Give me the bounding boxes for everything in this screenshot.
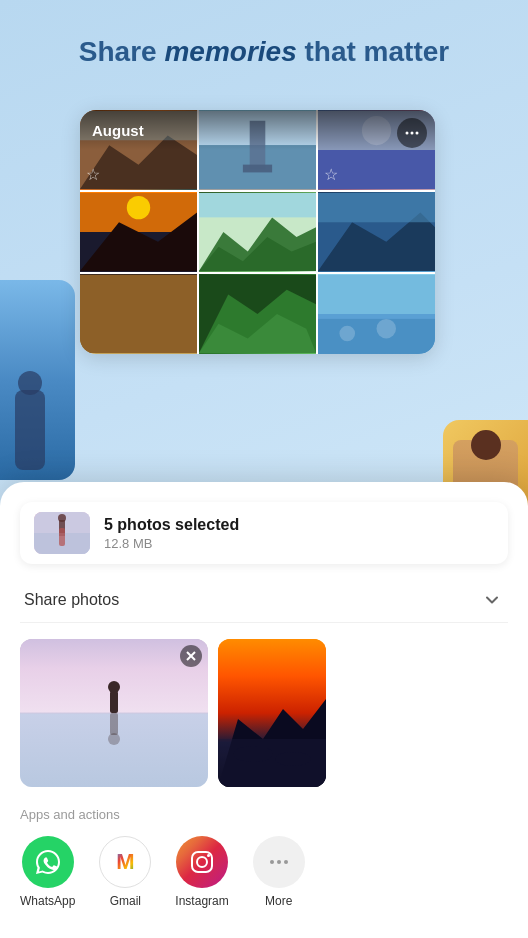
svg-rect-44: [110, 691, 118, 713]
preview-image-1[interactable]: [20, 639, 208, 787]
svg-point-60: [284, 860, 288, 864]
svg-rect-38: [59, 520, 65, 536]
selected-size: 12.8 MB: [104, 536, 239, 551]
grid-photo-9[interactable]: [318, 274, 435, 354]
svg-point-58: [270, 860, 274, 864]
svg-rect-7: [243, 165, 272, 173]
decorative-photo-left: [0, 280, 75, 480]
svg-rect-40: [34, 533, 90, 554]
preview-image-2[interactable]: [218, 639, 326, 787]
header: Share memories that matter: [0, 0, 528, 88]
svg-point-34: [411, 132, 414, 135]
apps-section: Apps and actions WhatsApp M Gmail: [20, 807, 508, 908]
svg-point-15: [127, 196, 150, 219]
grid-photo-8[interactable]: [199, 274, 316, 354]
grid-month-label: August: [92, 122, 144, 139]
preview-images-container: [20, 639, 508, 787]
share-photos-row[interactable]: Share photos: [20, 578, 508, 623]
selected-photos-bar: 5 photos selected 12.8 MB: [20, 502, 508, 564]
grid-photo-7[interactable]: [80, 274, 197, 354]
apps-section-label: Apps and actions: [20, 807, 508, 822]
grid-photo-5[interactable]: [199, 192, 316, 272]
svg-rect-24: [80, 275, 197, 353]
chevron-down-icon[interactable]: [480, 588, 504, 612]
gmail-label: Gmail: [110, 894, 141, 908]
page-title: Share memories that matter: [20, 36, 508, 68]
svg-point-35: [416, 132, 419, 135]
star-icon-3: ☆: [324, 165, 338, 184]
svg-rect-19: [199, 193, 316, 217]
grid-photo-6[interactable]: [318, 192, 435, 272]
app-item-more[interactable]: More: [253, 836, 305, 908]
svg-point-39: [58, 514, 66, 522]
whatsapp-label: WhatsApp: [20, 894, 75, 908]
svg-point-57: [207, 854, 210, 857]
svg-point-31: [339, 326, 355, 342]
selected-info: 5 photos selected 12.8 MB: [104, 516, 239, 551]
close-preview-button[interactable]: [180, 645, 202, 667]
instagram-icon[interactable]: [176, 836, 228, 888]
bottom-sheet: 5 photos selected 12.8 MB Share photos: [0, 482, 528, 938]
more-label: More: [265, 894, 292, 908]
svg-point-47: [108, 733, 120, 745]
svg-rect-22: [318, 193, 435, 222]
app-item-whatsapp[interactable]: WhatsApp: [20, 836, 75, 908]
whatsapp-icon[interactable]: [22, 836, 74, 888]
svg-rect-46: [110, 713, 118, 735]
grid-header: August: [80, 110, 435, 150]
more-icon[interactable]: [253, 836, 305, 888]
app-item-gmail[interactable]: M Gmail: [99, 836, 151, 908]
svg-rect-30: [318, 314, 435, 319]
svg-point-33: [406, 132, 409, 135]
instagram-label: Instagram: [175, 894, 228, 908]
apps-row: WhatsApp M Gmail Instagram: [20, 836, 508, 908]
svg-point-32: [377, 319, 397, 339]
svg-rect-54: [218, 739, 326, 787]
star-icon-1: ☆: [86, 165, 100, 184]
svg-rect-29: [318, 275, 435, 314]
share-photos-label: Share photos: [24, 591, 119, 609]
gmail-icon[interactable]: M: [99, 836, 151, 888]
svg-point-45: [108, 681, 120, 693]
photo-grid-card: ☆ ☆: [80, 110, 435, 354]
app-item-instagram[interactable]: Instagram: [175, 836, 228, 908]
selected-count: 5 photos selected: [104, 516, 239, 534]
svg-point-56: [197, 857, 207, 867]
grid-settings-button[interactable]: [397, 118, 427, 148]
svg-point-59: [277, 860, 281, 864]
grid-photo-4[interactable]: [80, 192, 197, 272]
selected-thumbnail: [34, 512, 90, 554]
